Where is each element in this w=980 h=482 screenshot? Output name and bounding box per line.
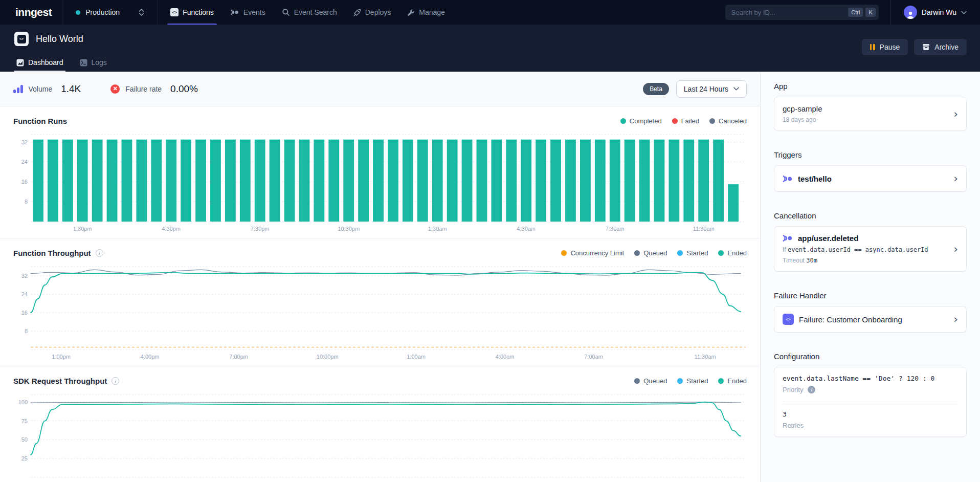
legend-dot (634, 378, 640, 384)
svg-text:16: 16 (21, 179, 28, 185)
svg-text:4:00pm: 4:00pm (141, 354, 160, 360)
svg-text:7:00am: 7:00am (584, 354, 603, 360)
legend-dot (677, 250, 683, 256)
time-range-selector[interactable]: Last 24 Hours (676, 80, 747, 98)
svg-text:24: 24 (21, 291, 28, 297)
cancellation-event-name: app/user.deleted (798, 234, 858, 243)
chevron-down-icon (961, 11, 967, 14)
functions-icon: <> (170, 8, 179, 16)
legend-item-ended[interactable]: Ended (718, 249, 747, 257)
svg-text:16: 16 (21, 310, 28, 316)
top-nav: inngest Production <> Functions Events E… (0, 0, 980, 25)
legend-item-started[interactable]: Started (677, 249, 708, 257)
legend-item-failed[interactable]: Failed (672, 117, 699, 125)
legend-dot (672, 118, 678, 124)
volume-value: 1.4K (61, 83, 81, 95)
nav-item-event-search[interactable]: Event Search (274, 0, 345, 25)
configuration-card: event.data.lastName == 'Doe' ? 120 : 0 P… (774, 367, 967, 437)
time-range-label: Last 24 Hours (684, 85, 728, 93)
nav-item-label: Manage (419, 8, 445, 16)
app-card[interactable]: gcp-sample 18 days ago › (774, 97, 967, 131)
app-name: gcp-sample (783, 104, 948, 113)
primary-nav: <> Functions Events Event Search Deploys… (162, 0, 453, 25)
legend-item-concurrency-limit[interactable]: Concurrency Limit (561, 249, 624, 257)
legend-dot (709, 118, 715, 124)
cancellation-heading: Cancellation (774, 211, 967, 220)
page-title: Hello World (36, 34, 83, 45)
info-icon[interactable]: i (808, 386, 815, 393)
failure-handler-heading: Failure Handler (774, 291, 967, 300)
nav-item-label: Events (243, 8, 265, 16)
sdk-chart-area: 2550751001:00pm4:00pm7:00pm10:00pm1:00am… (13, 390, 747, 482)
legend-item-completed[interactable]: Completed (620, 117, 662, 125)
keycap-k: K (865, 8, 875, 17)
dashboard-icon (16, 59, 24, 67)
trigger-card[interactable]: test/hello › (774, 165, 967, 192)
function-header: <> Hello World Dashboard Logs Pause Arch… (0, 25, 980, 72)
tab-logs[interactable]: Logs (74, 53, 113, 72)
pause-icon (870, 44, 875, 50)
info-icon[interactable]: i (112, 377, 119, 385)
nav-item-deploys[interactable]: Deploys (345, 0, 399, 25)
svg-text:10:00pm: 10:00pm (317, 354, 339, 360)
sdk-request-throughput-section: SDK Request Throughput i QueuedStartedEn… (0, 366, 760, 482)
svg-text:1:30am: 1:30am (428, 226, 447, 232)
legend-item-queued[interactable]: Queued (634, 249, 667, 257)
svg-text:50: 50 (21, 436, 28, 443)
failure-handler-card[interactable]: <> Failure: Customer Onboarding › (774, 306, 967, 333)
tab-label: Logs (92, 58, 107, 67)
legend-item-started[interactable]: Started (677, 377, 708, 385)
search-input[interactable] (731, 9, 846, 16)
volume-icon (13, 85, 23, 93)
nav-item-manage[interactable]: Manage (399, 0, 453, 25)
legend-dot (718, 250, 724, 256)
nav-item-events[interactable]: Events (222, 0, 274, 25)
app-heading: App (774, 82, 967, 91)
info-icon[interactable]: i (96, 249, 103, 257)
sdk-request-throughput-chart: 2550751001:00pm4:00pm7:00pm10:00pm1:00am… (13, 390, 747, 482)
volume-label: Volume (29, 85, 53, 93)
svg-text:75: 75 (21, 418, 28, 424)
header-actions: Pause Archive (862, 39, 967, 55)
svg-text:32: 32 (21, 273, 28, 279)
topnav-right: Ctrl K Darwin Wu (725, 0, 980, 25)
legend-item-ended[interactable]: Ended (718, 377, 747, 385)
tab-dashboard[interactable]: Dashboard (10, 53, 70, 72)
user-menu[interactable]: Darwin Wu (890, 0, 980, 25)
pause-button[interactable]: Pause (862, 39, 908, 55)
archive-label: Archive (934, 43, 959, 51)
chart-title: Function Runs (13, 117, 67, 125)
function-icon: <> (14, 32, 29, 46)
nav-item-functions[interactable]: <> Functions (162, 0, 222, 25)
nav-item-label: Event Search (294, 8, 337, 16)
stats-bar: Volume 1.4K ✕ Failure rate 0.00% Beta La… (0, 72, 760, 106)
legend-item-canceled[interactable]: Canceled (709, 117, 747, 125)
function-tabs: Dashboard Logs (0, 53, 113, 72)
if-label: If (783, 246, 786, 253)
divider (783, 402, 958, 402)
event-trigger-icon (783, 175, 793, 183)
failure-icon: ✕ (110, 84, 120, 94)
rocket-icon (353, 9, 361, 16)
beta-badge: Beta (643, 83, 669, 95)
svg-text:10:30pm: 10:30pm (338, 226, 360, 232)
environment-selector[interactable]: Production (62, 0, 158, 25)
chevron-right-icon: › (948, 108, 958, 120)
chevron-right-icon: › (948, 244, 958, 255)
svg-text:100: 100 (18, 399, 28, 405)
svg-text:8: 8 (25, 199, 28, 205)
global-search[interactable]: Ctrl K (725, 5, 879, 20)
legend-item-queued[interactable]: Queued (634, 377, 667, 385)
svg-text:1:00am: 1:00am (407, 354, 426, 360)
retries-label: Retries (783, 422, 958, 429)
wrench-icon (407, 9, 415, 16)
legend-dot (620, 118, 626, 124)
legend-dot (561, 250, 567, 256)
archive-button[interactable]: Archive (914, 39, 967, 55)
configuration-heading: Configuration (774, 352, 967, 361)
keycap-ctrl: Ctrl (848, 8, 863, 17)
timeout-value: 30m (806, 257, 817, 264)
svg-text:11:30am: 11:30am (695, 354, 716, 360)
failure-rate-value: 0.00% (170, 83, 198, 95)
cancellation-card[interactable]: app/user.deleted If event.data.userId ==… (774, 226, 967, 272)
